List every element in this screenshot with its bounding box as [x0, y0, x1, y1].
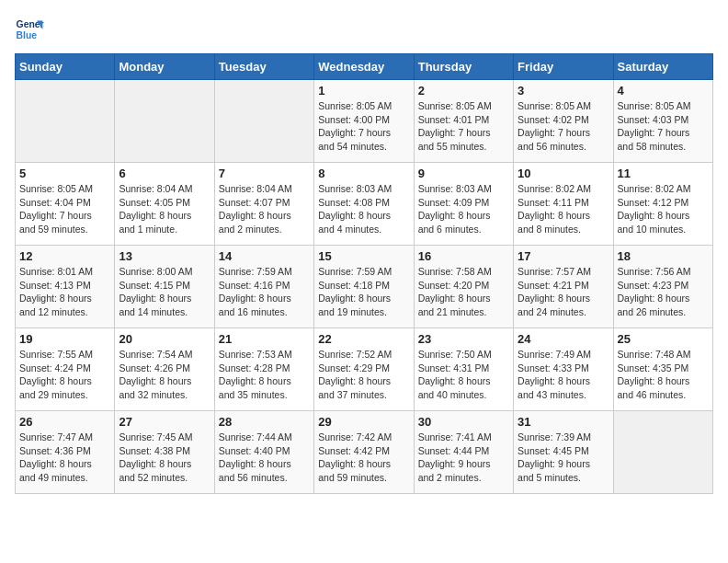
day-number: 21: [219, 332, 310, 346]
day-number: 16: [418, 249, 509, 263]
day-header-saturday: Saturday: [613, 54, 712, 80]
day-number: 18: [618, 249, 709, 263]
day-number: 25: [618, 332, 709, 346]
day-number: 8: [318, 167, 409, 180]
day-info: Sunrise: 7:44 AM Sunset: 4:40 PM Dayligh…: [219, 431, 310, 485]
day-number: 17: [518, 249, 609, 263]
day-number: 3: [518, 84, 609, 98]
day-number: 13: [119, 249, 210, 263]
day-info: Sunrise: 7:56 AM Sunset: 4:23 PM Dayligh…: [618, 265, 709, 319]
week-row-2: 5Sunrise: 8:05 AM Sunset: 4:04 PM Daylig…: [16, 163, 713, 246]
calendar-cell: 9Sunrise: 8:03 AM Sunset: 4:09 PM Daylig…: [414, 163, 513, 246]
calendar-cell: 10Sunrise: 8:02 AM Sunset: 4:11 PM Dayli…: [514, 163, 613, 246]
calendar-cell: 26Sunrise: 7:47 AM Sunset: 4:36 PM Dayli…: [16, 411, 115, 494]
calendar-cell: 25Sunrise: 7:48 AM Sunset: 4:35 PM Dayli…: [613, 328, 712, 411]
day-number: 7: [219, 167, 310, 180]
calendar-cell: 16Sunrise: 7:58 AM Sunset: 4:20 PM Dayli…: [414, 246, 513, 328]
day-header-wednesday: Wednesday: [314, 54, 414, 80]
day-header-monday: Monday: [115, 54, 214, 80]
days-header-row: SundayMondayTuesdayWednesdayThursdayFrid…: [16, 54, 713, 80]
calendar-cell: 27Sunrise: 7:45 AM Sunset: 4:38 PM Dayli…: [115, 411, 214, 494]
day-info: Sunrise: 8:00 AM Sunset: 4:15 PM Dayligh…: [119, 265, 210, 319]
day-info: Sunrise: 8:04 AM Sunset: 4:05 PM Dayligh…: [119, 182, 210, 236]
day-number: 12: [19, 249, 110, 263]
calendar-cell: 17Sunrise: 7:57 AM Sunset: 4:21 PM Dayli…: [514, 246, 613, 328]
day-info: Sunrise: 8:04 AM Sunset: 4:07 PM Dayligh…: [219, 182, 310, 236]
day-number: 10: [518, 167, 609, 180]
calendar-cell: 14Sunrise: 7:59 AM Sunset: 4:16 PM Dayli…: [214, 246, 313, 328]
calendar-cell: [613, 411, 712, 494]
day-info: Sunrise: 8:03 AM Sunset: 4:09 PM Dayligh…: [418, 182, 509, 236]
day-info: Sunrise: 8:02 AM Sunset: 4:12 PM Dayligh…: [618, 182, 709, 236]
calendar-cell: 2Sunrise: 8:05 AM Sunset: 4:01 PM Daylig…: [414, 80, 513, 163]
day-number: 26: [19, 415, 110, 429]
week-row-4: 19Sunrise: 7:55 AM Sunset: 4:24 PM Dayli…: [16, 328, 713, 411]
day-info: Sunrise: 8:05 AM Sunset: 4:04 PM Dayligh…: [19, 182, 110, 236]
logo: General Blue: [15, 15, 44, 44]
day-info: Sunrise: 8:05 AM Sunset: 4:02 PM Dayligh…: [518, 99, 609, 154]
calendar-cell: 5Sunrise: 8:05 AM Sunset: 4:04 PM Daylig…: [16, 163, 115, 246]
day-number: 22: [318, 332, 409, 346]
calendar-table: SundayMondayTuesdayWednesdayThursdayFrid…: [15, 53, 713, 494]
day-info: Sunrise: 7:54 AM Sunset: 4:26 PM Dayligh…: [119, 348, 210, 402]
week-row-1: 1Sunrise: 8:05 AM Sunset: 4:00 PM Daylig…: [16, 80, 713, 163]
day-header-tuesday: Tuesday: [214, 54, 313, 80]
day-info: Sunrise: 7:49 AM Sunset: 4:33 PM Dayligh…: [518, 348, 609, 402]
day-number: 11: [618, 167, 709, 180]
day-info: Sunrise: 7:53 AM Sunset: 4:28 PM Dayligh…: [219, 348, 310, 402]
day-number: 23: [418, 332, 509, 346]
day-info: Sunrise: 8:03 AM Sunset: 4:08 PM Dayligh…: [318, 182, 409, 236]
day-info: Sunrise: 7:48 AM Sunset: 4:35 PM Dayligh…: [618, 348, 709, 402]
day-number: 24: [518, 332, 609, 346]
calendar-cell: 28Sunrise: 7:44 AM Sunset: 4:40 PM Dayli…: [214, 411, 313, 494]
svg-text:Blue: Blue: [17, 30, 38, 40]
calendar-cell: 29Sunrise: 7:42 AM Sunset: 4:42 PM Dayli…: [314, 411, 414, 494]
day-number: 20: [119, 332, 210, 346]
calendar-cell: 19Sunrise: 7:55 AM Sunset: 4:24 PM Dayli…: [16, 328, 115, 411]
day-number: 4: [618, 84, 709, 98]
calendar-cell: [115, 80, 214, 163]
calendar-cell: 3Sunrise: 8:05 AM Sunset: 4:02 PM Daylig…: [514, 80, 613, 163]
calendar-cell: 12Sunrise: 8:01 AM Sunset: 4:13 PM Dayli…: [16, 246, 115, 328]
calendar-cell: [214, 80, 313, 163]
day-number: 9: [418, 167, 509, 180]
day-info: Sunrise: 8:02 AM Sunset: 4:11 PM Dayligh…: [518, 182, 609, 236]
day-info: Sunrise: 7:59 AM Sunset: 4:16 PM Dayligh…: [219, 265, 310, 319]
week-row-5: 26Sunrise: 7:47 AM Sunset: 4:36 PM Dayli…: [16, 411, 713, 494]
calendar-cell: 15Sunrise: 7:59 AM Sunset: 4:18 PM Dayli…: [314, 246, 414, 328]
day-info: Sunrise: 8:05 AM Sunset: 4:01 PM Dayligh…: [418, 99, 509, 154]
day-info: Sunrise: 8:05 AM Sunset: 4:00 PM Dayligh…: [318, 99, 409, 154]
day-number: 31: [518, 415, 609, 429]
calendar-cell: 6Sunrise: 8:04 AM Sunset: 4:05 PM Daylig…: [115, 163, 214, 246]
calendar-cell: [16, 80, 115, 163]
calendar-cell: 4Sunrise: 8:05 AM Sunset: 4:03 PM Daylig…: [613, 80, 712, 163]
day-number: 27: [119, 415, 210, 429]
day-info: Sunrise: 7:39 AM Sunset: 4:45 PM Dayligh…: [518, 431, 609, 485]
calendar-cell: 8Sunrise: 8:03 AM Sunset: 4:08 PM Daylig…: [314, 163, 414, 246]
calendar-cell: 21Sunrise: 7:53 AM Sunset: 4:28 PM Dayli…: [214, 328, 313, 411]
day-info: Sunrise: 7:41 AM Sunset: 4:44 PM Dayligh…: [418, 431, 509, 485]
calendar-cell: 30Sunrise: 7:41 AM Sunset: 4:44 PM Dayli…: [414, 411, 513, 494]
calendar-cell: 24Sunrise: 7:49 AM Sunset: 4:33 PM Dayli…: [514, 328, 613, 411]
day-number: 15: [318, 249, 409, 263]
calendar-cell: 22Sunrise: 7:52 AM Sunset: 4:29 PM Dayli…: [314, 328, 414, 411]
day-info: Sunrise: 7:50 AM Sunset: 4:31 PM Dayligh…: [418, 348, 509, 402]
day-info: Sunrise: 7:59 AM Sunset: 4:18 PM Dayligh…: [318, 265, 409, 319]
calendar-cell: 1Sunrise: 8:05 AM Sunset: 4:00 PM Daylig…: [314, 80, 414, 163]
calendar-cell: 18Sunrise: 7:56 AM Sunset: 4:23 PM Dayli…: [613, 246, 712, 328]
day-header-thursday: Thursday: [414, 54, 513, 80]
header: General Blue: [15, 15, 713, 44]
day-number: 29: [318, 415, 409, 429]
calendar-cell: 23Sunrise: 7:50 AM Sunset: 4:31 PM Dayli…: [414, 328, 513, 411]
day-number: 6: [119, 167, 210, 180]
week-row-3: 12Sunrise: 8:01 AM Sunset: 4:13 PM Dayli…: [16, 246, 713, 328]
day-info: Sunrise: 7:57 AM Sunset: 4:21 PM Dayligh…: [518, 265, 609, 319]
calendar-cell: 13Sunrise: 8:00 AM Sunset: 4:15 PM Dayli…: [115, 246, 214, 328]
day-number: 5: [19, 167, 110, 180]
day-info: Sunrise: 7:58 AM Sunset: 4:20 PM Dayligh…: [418, 265, 509, 319]
calendar-cell: 7Sunrise: 8:04 AM Sunset: 4:07 PM Daylig…: [214, 163, 313, 246]
day-number: 30: [418, 415, 509, 429]
day-info: Sunrise: 7:55 AM Sunset: 4:24 PM Dayligh…: [19, 348, 110, 402]
day-info: Sunrise: 7:42 AM Sunset: 4:42 PM Dayligh…: [318, 431, 409, 485]
calendar-cell: 31Sunrise: 7:39 AM Sunset: 4:45 PM Dayli…: [514, 411, 613, 494]
